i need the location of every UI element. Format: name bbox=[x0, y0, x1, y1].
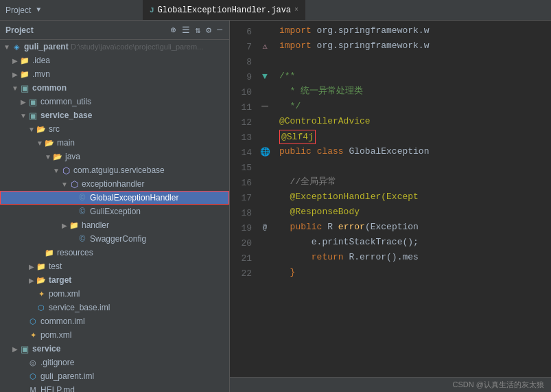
line-numbers: 6 7 8 9 10 11 12 13 14 15 16 17 18 19 20… bbox=[230, 23, 257, 377]
tree-item-guli-parent-iml[interactable]: ⬡ guli_parent.iml bbox=[0, 369, 229, 383]
code-line-17: @ExceptionHandler(Except bbox=[279, 189, 551, 205]
panel-title: Project bbox=[5, 25, 34, 35]
tree-item-idea[interactable]: ▶ 📁 .idea bbox=[0, 54, 229, 67]
tree-item-help-md[interactable]: M HELP.md bbox=[0, 383, 229, 392]
code-line-11: */ bbox=[279, 99, 551, 114]
arrow-common: ▼ bbox=[11, 84, 19, 92]
editor-content: 6 7 8 9 10 11 12 13 14 15 16 17 18 19 20… bbox=[230, 21, 551, 377]
arrow-mvn: ▶ bbox=[11, 71, 19, 78]
code-line-15 bbox=[279, 159, 551, 174]
tree-item-handler[interactable]: ▶ 📁 handler bbox=[0, 218, 229, 232]
tree-item-swagger-config[interactable]: © SwaggerConfig bbox=[0, 232, 229, 246]
tree-item-service[interactable]: ▶ ▣ service bbox=[0, 342, 229, 356]
tree-item-global-exception-handler[interactable]: © GlobalExceptionHandler bbox=[0, 191, 229, 205]
md-icon: M bbox=[27, 384, 38, 392]
code-editor[interactable]: import org.springframework.w import org.… bbox=[272, 23, 551, 377]
project-panel: Project ⊕ ☰ ⇅ ⚙ — ▼ ◈ guli_parent D:\stu… bbox=[0, 21, 230, 392]
code-line-6: import org.springframework.w bbox=[279, 23, 551, 38]
status-bar: CSDN @认真生活的灰太狼 bbox=[230, 377, 551, 392]
arrow-test: ▶ bbox=[27, 263, 36, 270]
title-bar: Project ▼ J GlobalExceptionHandler.java … bbox=[0, 0, 551, 21]
iml-icon-gp: ⬡ bbox=[27, 371, 38, 382]
project-label: Project bbox=[5, 5, 31, 15]
settings-icon[interactable]: ⚙ bbox=[204, 23, 213, 37]
tree-item-service-base-iml[interactable]: ⬡ service_base.iml bbox=[0, 301, 229, 314]
class-icon-geh: © bbox=[77, 192, 88, 203]
tree-item-pom-xml-2[interactable]: ✦ pom.xml bbox=[0, 328, 229, 342]
arrow-handler: ▶ bbox=[60, 222, 69, 229]
title-bar-left: Project ▼ bbox=[5, 5, 143, 15]
arrow-main: ▼ bbox=[36, 139, 44, 147]
code-line-10: * 统一异常处理类 bbox=[279, 84, 551, 99]
project-tree[interactable]: ▼ ◈ guli_parent D:\study\java\code\proje… bbox=[0, 40, 229, 392]
code-line-9: /** bbox=[279, 69, 551, 84]
list-icon[interactable]: ☰ bbox=[180, 23, 191, 37]
tree-item-guli-parent[interactable]: ▼ ◈ guli_parent D:\study\java\code\proje… bbox=[0, 40, 229, 54]
folder-icon-mvn: 📁 bbox=[19, 69, 30, 80]
folder-icon-common-utils: ▣ bbox=[27, 96, 38, 107]
code-line-18: @ResponseBody bbox=[279, 205, 551, 220]
arrow-common-utils: ▶ bbox=[19, 98, 27, 106]
folder-icon-service-base: ▣ bbox=[27, 110, 38, 121]
code-line-12: @ControllerAdvice bbox=[279, 114, 551, 129]
watermark-text: CSDN @认真生活的灰太狼 bbox=[453, 380, 544, 390]
code-line-14: public class GlobalException bbox=[279, 144, 551, 159]
folder-icon-java: 📂 bbox=[52, 151, 63, 162]
xml-icon-pom2: ✦ bbox=[27, 330, 38, 341]
tree-item-guli-exception[interactable]: © GuliException bbox=[0, 205, 229, 218]
arrow-exceptionhandler: ▼ bbox=[60, 181, 69, 188]
tree-item-mvn[interactable]: ▶ 📁 .mvn bbox=[0, 67, 229, 81]
folder-icon-test: 📁 bbox=[36, 261, 47, 272]
arrow-guli-parent: ▼ bbox=[3, 43, 11, 51]
main-content: Project ⊕ ☰ ⇅ ⚙ — ▼ ◈ guli_parent D:\stu… bbox=[0, 21, 551, 392]
arrow-service: ▶ bbox=[11, 345, 19, 353]
folder-icon-idea: 📁 bbox=[19, 55, 30, 66]
tree-item-java[interactable]: ▼ 📂 java bbox=[0, 150, 229, 163]
arrow-service-base: ▼ bbox=[19, 112, 27, 119]
folder-icon-common: ▣ bbox=[19, 82, 30, 93]
xml-icon-pom1: ✦ bbox=[36, 288, 47, 299]
minimize-icon[interactable]: — bbox=[215, 23, 224, 36]
java-file-icon: J bbox=[150, 6, 154, 14]
code-line-16: //全局异常 bbox=[279, 174, 551, 189]
arrow-java: ▼ bbox=[44, 153, 52, 161]
module-icon: ◈ bbox=[11, 41, 22, 52]
tree-item-package-com[interactable]: ▼ ⬡ com.atguigu.servicebase bbox=[0, 163, 229, 177]
folder-icon-service: ▣ bbox=[19, 343, 30, 354]
tree-item-common-iml[interactable]: ⬡ common.iml bbox=[0, 314, 229, 328]
git-icon: ◎ bbox=[27, 357, 38, 368]
code-line-21: return R.error().mes bbox=[279, 250, 551, 265]
editor-panel: 6 7 8 9 10 11 12 13 14 15 16 17 18 19 20… bbox=[230, 21, 551, 392]
code-line-19: public R error(Exception bbox=[279, 220, 551, 235]
sort-icon[interactable]: ⇅ bbox=[194, 23, 202, 37]
editor-tabs: J GlobalExceptionHandler.java × bbox=[143, 0, 546, 20]
class-icon-sc: © bbox=[77, 233, 88, 244]
folder-icon-src: 📂 bbox=[36, 124, 47, 135]
tree-item-service-base[interactable]: ▼ ▣ service_base bbox=[0, 108, 229, 122]
arrow-com: ▼ bbox=[52, 167, 60, 174]
code-line-13: @Slf4j bbox=[279, 129, 551, 144]
title-dropdown-icon[interactable]: ▼ bbox=[36, 6, 40, 14]
tree-item-src[interactable]: ▼ 📂 src bbox=[0, 122, 229, 136]
code-line-7: import org.springframework.w bbox=[279, 38, 551, 54]
tree-item-exceptionhandler[interactable]: ▼ ⬡ exceptionhandler bbox=[0, 177, 229, 191]
tree-item-common[interactable]: ▼ ▣ common bbox=[0, 81, 229, 95]
panel-toolbar: ⊕ ☰ ⇅ ⚙ — bbox=[169, 23, 224, 37]
tree-item-target[interactable]: ▶ 📂 target bbox=[0, 273, 229, 287]
tree-item-common-utils[interactable]: ▶ ▣ common_utils bbox=[0, 95, 229, 108]
iml-icon-sb: ⬡ bbox=[36, 302, 47, 313]
add-icon[interactable]: ⊕ bbox=[169, 23, 178, 37]
tree-item-resources[interactable]: 📁 resources bbox=[0, 246, 229, 260]
arrow-idea: ▶ bbox=[11, 57, 19, 65]
tree-item-pom-xml-1[interactable]: ✦ pom.xml bbox=[0, 287, 229, 301]
active-tab[interactable]: J GlobalExceptionHandler.java × bbox=[143, 0, 306, 20]
class-icon-ge: © bbox=[77, 206, 88, 217]
tree-item-test[interactable]: ▶ 📁 test bbox=[0, 260, 229, 273]
tree-item-main[interactable]: ▼ 📂 main bbox=[0, 136, 229, 150]
editor-gutter: ⚠ ▼ — 🌐 @ bbox=[257, 23, 272, 377]
tree-item-gitignore[interactable]: ◎ .gitignore bbox=[0, 356, 229, 369]
tab-close-button[interactable]: × bbox=[294, 6, 298, 14]
code-line-22: } bbox=[279, 265, 551, 280]
code-line-20: e.printStackTrace(); bbox=[279, 235, 551, 250]
folder-icon-handler: 📁 bbox=[69, 220, 80, 231]
